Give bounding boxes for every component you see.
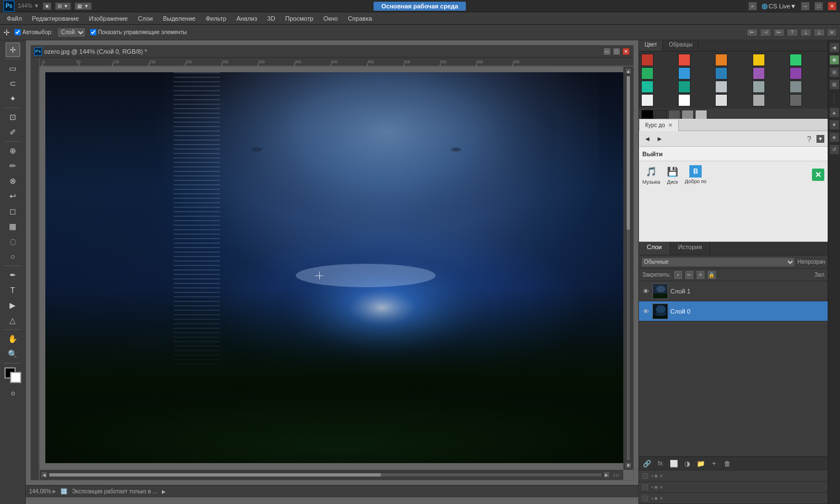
swatch-19[interactable]	[790, 94, 802, 106]
menu-layers[interactable]: Слои	[133, 14, 157, 23]
tab-layers[interactable]: Слои	[639, 242, 670, 255]
swatch-5[interactable]	[641, 67, 654, 80]
canvas-close-btn[interactable]: ✕	[622, 48, 630, 55]
menu-window[interactable]: Окно	[319, 14, 343, 23]
v-scroll-track[interactable]	[626, 76, 631, 461]
extra-check-1[interactable]	[642, 484, 648, 490]
far-right-btn-5[interactable]: ▼	[829, 120, 839, 130]
swatch-6[interactable]	[678, 67, 690, 80]
swatch-18[interactable]	[753, 94, 765, 106]
hand-tool-btn[interactable]: ✋	[6, 332, 20, 346]
swatch-8[interactable]	[753, 67, 765, 80]
swatch-4[interactable]	[790, 54, 802, 66]
gradient-tool-btn[interactable]: ▦	[6, 219, 20, 234]
window-minimize-btn[interactable]: ─	[801, 2, 810, 11]
menu-image[interactable]: Изображение	[85, 14, 132, 23]
display-mode-btn[interactable]: ⊞ ▼	[55, 2, 71, 10]
menu-edit[interactable]: Редактирование	[27, 14, 83, 23]
add-mask-btn[interactable]: ⬜	[669, 459, 678, 468]
scroll-up-btn[interactable]: ▲	[625, 68, 632, 74]
logout-btn[interactable]: Выйти	[642, 151, 662, 157]
screen-mode-btn[interactable]: ▦ ▼	[74, 2, 91, 10]
move-tool-btn[interactable]: ✛	[6, 43, 20, 57]
green-x-button[interactable]: ✕	[812, 169, 824, 181]
menu-help[interactable]: Справка	[343, 14, 376, 23]
menu-filter[interactable]: Фильтр	[201, 14, 231, 23]
background-color[interactable]	[10, 372, 21, 383]
text-tool-btn[interactable]: T	[6, 283, 20, 297]
swatch-1[interactable]	[678, 54, 690, 66]
layer-0-visibility-btn[interactable]: 👁	[641, 307, 650, 316]
canvas-maximize-btn[interactable]: □	[613, 48, 620, 55]
align-bottom-btn[interactable]: ⊥	[814, 29, 825, 36]
menu-view[interactable]: Просмотр	[281, 14, 318, 23]
canvas-image[interactable]	[45, 72, 628, 463]
new-group-btn[interactable]: 📁	[696, 459, 705, 468]
marquee-tool-btn[interactable]: ▭	[6, 61, 20, 76]
shape-tool-btn[interactable]: △	[6, 313, 20, 328]
browser-tab-close-btn[interactable]: ✕	[668, 122, 673, 128]
window-close-btn[interactable]: ✕	[828, 2, 837, 11]
swatch-15[interactable]	[641, 94, 654, 106]
healing-brush-btn[interactable]: ⊕	[6, 143, 20, 158]
eyedropper-btn[interactable]: ✐	[6, 125, 20, 139]
blend-mode-select[interactable]: Обычные	[641, 257, 795, 267]
extra-check-2[interactable]	[642, 496, 648, 501]
swatch-0[interactable]	[641, 54, 654, 66]
canvas-content[interactable]: ◄ ► ▷▷ ▲ ▼	[40, 67, 633, 480]
workspace-label[interactable]: Основная рабочая среда	[374, 2, 466, 11]
browser-item-dobro[interactable]: B Добро по	[685, 165, 707, 184]
autoselect-checkbox[interactable]	[15, 29, 21, 35]
browser-item-music[interactable]: 🎵 Музыка	[642, 165, 660, 185]
panel-collapse-btn[interactable]: ▼	[816, 135, 824, 143]
h-scroll-thumb[interactable]	[49, 473, 381, 477]
swatch-16[interactable]	[678, 94, 690, 106]
cs-live-button[interactable]: ◎ CS Live▼	[762, 2, 796, 10]
layer-item-1[interactable]: 👁 Слой 1	[639, 281, 828, 301]
lasso-tool-btn[interactable]: ⊂	[6, 76, 20, 91]
align-center-btn[interactable]: ⊣	[760, 29, 771, 36]
fx-btn[interactable]: fx	[656, 459, 665, 468]
window-maximize-btn[interactable]: □	[814, 2, 823, 11]
menu-file[interactable]: Файл	[2, 14, 26, 23]
browser-forward-btn[interactable]: ►	[655, 134, 665, 144]
far-right-btn-2[interactable]: ⊞	[829, 67, 839, 77]
browser-tab-active[interactable]: Курс до ✕	[639, 119, 679, 131]
browser-item-disk[interactable]: 💾 Диск	[666, 165, 679, 185]
far-right-btn-0[interactable]: ◀	[829, 43, 839, 53]
lock-position-btn[interactable]: ✏	[685, 271, 693, 279]
swatch-3[interactable]	[753, 54, 765, 66]
h-scroll-track[interactable]	[49, 473, 602, 477]
path-select-btn[interactable]: ▶	[6, 298, 20, 312]
zoom-tool-btn[interactable]: 🔍	[6, 347, 20, 361]
stamp-tool-btn[interactable]: ⊗	[6, 174, 20, 188]
browser-back-btn[interactable]: ◄	[642, 134, 652, 144]
far-right-btn-3[interactable]: ⊠	[829, 80, 839, 90]
v-scrollbar[interactable]: ▲ ▼	[623, 67, 633, 470]
tab-history[interactable]: История	[670, 242, 711, 255]
swatch-17[interactable]	[715, 94, 727, 106]
align-top-btn[interactable]: ⊤	[787, 29, 798, 36]
adjustment-layer-btn[interactable]: ◑	[683, 459, 692, 468]
swatch-9[interactable]	[790, 67, 802, 80]
lock-all-btn[interactable]: 🔒	[708, 271, 716, 279]
browser-help-btn[interactable]: ?	[804, 134, 814, 144]
delete-layer-btn[interactable]: 🗑	[723, 459, 732, 468]
layer-item-0[interactable]: 👁 Слой 0	[639, 301, 828, 321]
menu-3d[interactable]: 3D	[263, 14, 279, 23]
autoselect-dropdown[interactable]: Слой	[57, 27, 86, 38]
layer-1-visibility-btn[interactable]: 👁	[641, 287, 650, 296]
swatch-7[interactable]	[715, 67, 727, 80]
brush-tool-btn[interactable]: ✏	[6, 158, 20, 173]
canvas-minimize-btn[interactable]: ─	[603, 48, 611, 55]
distribute-btn[interactable]: ≡	[827, 29, 837, 36]
quick-mask-btn[interactable]: ⊙	[6, 386, 20, 400]
link-layers-btn[interactable]: 🔗	[642, 459, 651, 468]
more-options-btn[interactable]: »	[748, 2, 757, 11]
new-layer-btn[interactable]: +	[710, 459, 718, 468]
far-right-btn-1[interactable]: ⊕	[829, 55, 839, 65]
align-left-btn[interactable]: ⊢	[746, 29, 758, 36]
align-middle-btn[interactable]: ⊥	[800, 29, 811, 36]
scroll-down-btn[interactable]: ▼	[625, 462, 632, 469]
h-scrollbar[interactable]: ◄ ► ▷▷	[40, 470, 623, 480]
